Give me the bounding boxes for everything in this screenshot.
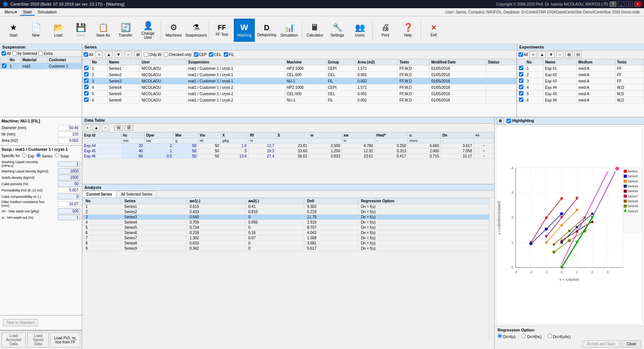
toolbar-transfer[interactable]: 🔄 Transfer [115,19,136,42]
series-row[interactable]: 6 Series6 NICOLAOU mat1 / Customer 1 / c… [83,97,517,103]
specific-susp-radio[interactable] [55,153,59,158]
load-accepted-data-btn[interactable]: Load Accepted Data [1,332,26,348]
dt-add-btn[interactable]: + [84,124,91,131]
exp-all-label[interactable]: All [518,52,528,57]
menu-item-simulation[interactable]: Simulation [35,9,60,16]
data-table-row[interactable]: Exp #6 60 0.5 50 50 13.8 27.4 56.61 0.83… [83,154,494,159]
analysis-row[interactable]: 4 Series4 0.709 0.850 2.919 Dn = f(u) [83,220,494,225]
exp-down-btn[interactable]: ▼ [547,51,555,58]
scrollbar-track[interactable] [489,198,494,342]
specific-exp-radio[interactable] [22,153,27,158]
series-row[interactable]: 5 Series5 NICOLAOU mat1 / Customer 1 / c… [83,91,517,97]
toolbar-machines[interactable]: ⚙ Machines [163,19,184,42]
menu-item-start[interactable]: Start [20,9,35,16]
analysis-row[interactable]: 2 Series2 0.433 0.810 5.218 Dn = f(u) [83,209,494,215]
exp-copy-btn[interactable]: ⊞ [565,51,573,58]
series-checkedonly-checkbox[interactable] [164,52,168,57]
suspension-all-checkbox[interactable] [1,51,6,56]
toolbar-washing[interactable]: W Washing [234,19,255,42]
dt-remove-btn[interactable]: − [102,124,109,131]
series-up-btn[interactable]: ▲ [105,51,112,58]
reg-opt-uhc-label[interactable]: Dn=f(u/hc) [548,334,571,339]
dt-wash-btn[interactable]: Ŵ [124,125,133,131]
toolbar-save[interactable]: 💾 Save [70,19,91,42]
toolbar-saveas[interactable]: 📋 Save As [93,19,114,42]
exp-remove-btn[interactable]: − [556,51,564,58]
reg-opt-uhc-radio[interactable] [548,334,552,338]
toolbar-exit[interactable]: ✕ Exit [423,19,444,42]
exp-row[interactable]: 4 Exp #4 med-A W,D [517,84,644,91]
exp-row-check[interactable] [519,85,523,89]
suspension-extra-checkbox[interactable] [38,51,43,56]
suspension-byselected-checkbox[interactable] [12,51,17,56]
series-row-check[interactable] [84,91,89,96]
susp-field-value[interactable]: 100 [58,208,80,214]
exp-row-check[interactable] [519,91,523,96]
restore-button[interactable]: □ [626,1,633,7]
exp-add-btn[interactable]: + [529,51,537,58]
series-row-check[interactable] [84,72,89,77]
series-row-check[interactable] [84,78,89,83]
analysis-row[interactable]: 3 Series3 0.640 0 11.79 Dn = f(u) [83,215,494,220]
data-table-row[interactable]: Exp #4 20 2 50 50 1.9 13.7 23.81 2.500 4… [83,143,494,149]
reg-opt-hc-label[interactable]: Dn=f(hc) [521,334,541,339]
close-btn[interactable]: Close [622,340,641,348]
suspension-all-label[interactable]: All [1,51,11,56]
series-cep-checkbox[interactable] [194,52,198,57]
exp-row-check[interactable] [519,66,523,70]
highlighting-label[interactable]: Highlighting [507,119,534,123]
toolbar-changeuser[interactable]: 👤 Change User [137,19,158,42]
series-fil-label[interactable]: FIL [224,52,234,57]
series-onlyw-label[interactable]: Only W [144,52,161,57]
toolbar-simulation[interactable]: 📊 Simulation [279,19,300,42]
exp-row[interactable]: 1 Exp #1 med-A FF [517,65,644,72]
series-cel-label[interactable]: CEL [209,52,221,57]
series-row[interactable]: 3 Series3 NICOLAOU mat1 / Customer 1 / c… [83,78,517,84]
analysis-tab-all[interactable]: All Selected Series [117,191,157,197]
toolbar-suspensions[interactable]: ⚗ Suspensions [186,19,207,42]
specific-series-label[interactable]: Series [36,153,52,158]
dt-up-btn[interactable]: ▲ [93,124,100,131]
toolbar-settings[interactable]: 🔧 Settings [327,19,348,42]
exp-all-checkbox[interactable] [518,52,523,57]
series-row-check[interactable] [84,85,89,89]
accept-save-btn[interactable]: Accept and Save [582,340,620,348]
series-checkedonly-label[interactable]: Checked only [164,52,192,57]
load-saved-data-btn[interactable]: Load Saved Data [27,332,49,348]
reg-opt-u-label[interactable]: Dn=f(u) [498,334,515,339]
series-row-check[interactable] [84,66,89,70]
highlighting-checkbox[interactable] [507,119,511,123]
analysis-row[interactable]: 5 Series5 0.724 0 8.707 Dn = f(u) [83,225,494,230]
analysis-row[interactable]: 1 Series1 0.615 0.41 9.303 Dn = f(u) [83,204,494,209]
series-row[interactable]: 1 Series1 NICOLAOU mat1 / Customer 1 / c… [83,65,517,72]
series-cel-checkbox[interactable] [209,52,213,57]
load-pc0-btn[interactable]: Load Pc0, nc, hce from FF [50,332,80,348]
exp-row[interactable]: 3 Exp #3 med-A FF [517,78,644,84]
toolbar-users[interactable]: 👥 Users [349,19,370,42]
toolbar-load[interactable]: 📂 Load [48,19,69,42]
exp-up-btn[interactable]: ▲ [538,51,546,58]
series-row[interactable]: 2 Series2 NICOLAOU mat1 / Customer 1 / c… [83,72,517,78]
toolbar-deliquoring[interactable]: D Deliquoring [256,19,277,42]
series-fil-checkbox[interactable] [224,52,228,57]
data-table-row[interactable]: Exp #5 40 1 50 50 5 18.3 33.60 1.250 12.… [83,149,494,154]
suspension-row[interactable]: 1 mat1 Customer 1 [0,63,82,69]
specific-series-radio[interactable] [36,153,41,158]
series-down-btn[interactable]: ▼ [115,51,122,58]
take-to-standard-button[interactable]: Take to Standard [3,319,38,326]
analysis-row[interactable]: 6 Series6 0.238 0.16 4.043 Dn = f(u) [83,230,494,236]
suspension-byselected-label[interactable]: by Selected [12,51,37,56]
series-cep-label[interactable]: CEP [194,52,207,57]
analysis-row[interactable]: 8 Series8 0.633 0 3.981 Dn = f(u) [83,241,494,246]
menu-item-menu[interactable]: Menu▾ [1,9,20,16]
toolbar-new[interactable]: 📄 New [25,19,46,42]
help-icon-btn[interactable]: ? [610,1,616,7]
dt-w-btn[interactable]: W [114,125,123,131]
specific-exp-label[interactable]: Exp [22,153,34,158]
toolbar-print[interactable]: 🖨 Print [375,19,396,42]
toolbar-calculator[interactable]: 🖩 Calculator [304,19,325,42]
series-row-check[interactable] [84,97,89,102]
analysis-tab-current[interactable]: Current Series [82,191,116,197]
susp-field-value[interactable]: 1 [58,215,80,220]
exp-row-check[interactable] [519,78,523,83]
